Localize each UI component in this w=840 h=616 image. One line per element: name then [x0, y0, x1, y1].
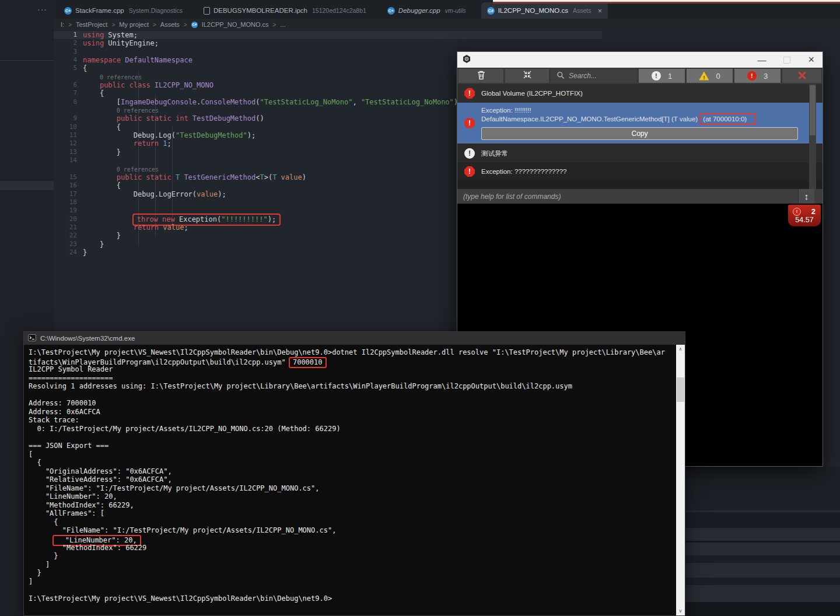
code-token: Exception( — [175, 215, 221, 223]
editor-tab[interactable]: C+Debugger.cppvm-utils — [382, 2, 472, 19]
code-line[interactable]: 2using UnityEngine; — [54, 39, 602, 47]
breadcrumb-file[interactable]: IL2CPP_NO_MONO.cs — [202, 21, 269, 28]
trash-icon — [477, 70, 486, 82]
terminal-line: Stack trace: — [29, 416, 673, 425]
terminal-line: { — [29, 459, 673, 467]
editor-tab[interactable]: C#IL2CPP_NO_MONO.csAssets× — [481, 2, 608, 19]
collapse-arrows-icon — [523, 70, 532, 82]
log-entry[interactable]: !测试异常 — [457, 144, 822, 163]
code-token: TestDebugMethod — [188, 114, 256, 123]
log-entry[interactable]: !Exception: ?????????????? — [457, 163, 822, 180]
csharp-file-icon: C# — [191, 22, 198, 28]
terminal-text: 0: I:/TestProject/My project/Assets/IL2C… — [29, 425, 341, 433]
maximize-icon[interactable] — [783, 57, 790, 64]
code-token — [83, 215, 134, 223]
terminal-text: I:\TestProject\My project\VS_Newest\Il2C… — [29, 348, 665, 356]
code-token: IngameDebugConsole — [121, 98, 197, 106]
terminal-line: ] — [29, 578, 673, 586]
error-icon: ! — [464, 118, 475, 128]
copy-button[interactable]: Copy — [481, 127, 798, 140]
line-number: 23 — [54, 240, 79, 249]
code-token: Debug.LogError( — [83, 190, 197, 198]
log-entry[interactable]: !Exception: !!!!!!!!!DefaultNamespace.IL… — [457, 103, 822, 144]
line-number: 17 — [54, 190, 79, 198]
breadcrumb-item[interactable]: TestProject — [76, 21, 107, 28]
scroll-up-icon[interactable]: ∧ — [676, 345, 685, 354]
console-scroll-thumb[interactable] — [810, 85, 816, 135]
tab-suffix: vm-utils — [445, 7, 466, 14]
warning-icon: ! — [699, 72, 709, 80]
code-token — [83, 139, 134, 148]
console-scrollbar[interactable] — [809, 84, 816, 189]
code-token: >( — [264, 173, 272, 181]
resize-handle-icon[interactable]: ↕ — [798, 189, 814, 204]
command-input[interactable]: (type help for list of commands) ↕ — [457, 189, 822, 204]
terminal-text: "MethodIndex": 66229 — [29, 544, 146, 552]
code-text: 0 references — [83, 165, 159, 173]
breadcrumb-item[interactable]: I: — [61, 21, 64, 28]
code-token: public class — [100, 81, 150, 89]
terminal-line: tifacts\WinPlayerBuildProgram\il2cppOutp… — [29, 357, 673, 366]
console-titlebar[interactable]: — × — [457, 52, 822, 68]
terminal-line: } — [29, 552, 673, 561]
code-token: public static — [117, 173, 172, 181]
error-icon: ! — [747, 71, 757, 80]
line-number: 15 — [54, 173, 79, 181]
error-filter-button[interactable]: ! 3 — [734, 69, 780, 83]
terminal-text: [ — [29, 450, 33, 459]
chevron-right-icon: > — [68, 22, 72, 28]
clear-logs-button[interactable] — [459, 69, 503, 83]
info-filter-button[interactable]: ! 1 — [639, 69, 685, 83]
breadcrumb-item[interactable]: Assets — [160, 21, 180, 28]
line-number: 2 — [54, 39, 79, 47]
terminal-line: Address: 7000010 — [29, 399, 673, 408]
cmd-titlebar[interactable]: C:\Windows\System32\cmd.exe — [24, 332, 685, 345]
code-text: } — [83, 249, 87, 257]
csharp-file-icon: C# — [487, 7, 495, 15]
code-token: public static int — [117, 114, 188, 123]
code-text: 0 references — [83, 73, 142, 81]
code-token: { — [83, 89, 104, 97]
tab-overflow-button[interactable]: ··· — [37, 5, 47, 14]
breadcrumb-item[interactable]: My project — [119, 21, 149, 28]
code-token — [83, 73, 100, 81]
cmd-icon — [28, 334, 36, 342]
terminal-line — [29, 433, 673, 442]
editor-tab[interactable]: C+StackFrame.cppSystem.Diagnostics — [58, 2, 188, 19]
terminal-line: "FileName": "I:/TestProject/My project/A… — [29, 526, 673, 535]
code-token: { — [83, 64, 87, 72]
breadcrumb-tail: ... — [280, 21, 285, 28]
console-search-input[interactable]: Search... — [551, 69, 637, 83]
line-number: 9 — [54, 114, 79, 123]
code-text: return value; — [83, 223, 188, 232]
cmd-scroll-thumb[interactable] — [677, 377, 684, 402]
tab-title: DEBUGSYMBOLREADER.ipch — [214, 7, 307, 14]
code-line[interactable]: 1using System; — [54, 31, 602, 39]
console-popup-badge[interactable]: ! 2 54.57 — [788, 205, 821, 226]
chevron-right-icon: > — [184, 22, 187, 28]
terminal-line: } — [29, 569, 673, 578]
terminal-text: Resolving 1 addresses using: I:\TestProj… — [29, 382, 572, 390]
terminal-line: Resolving 1 addresses using: I:\TestProj… — [29, 382, 673, 391]
log-entry[interactable]: !Global Volume (IL2CPP_HOTFIX) — [457, 84, 822, 103]
terminal-line — [29, 586, 673, 594]
scroll-down-icon[interactable]: ∨ — [676, 607, 685, 615]
info-icon: ! — [464, 148, 475, 159]
collapse-button[interactable] — [505, 69, 549, 83]
editor-tab[interactable]: DEBUGSYMBOLREADER.ipch15120ed124c2a8b1 — [198, 2, 372, 19]
close-icon[interactable]: × — [808, 55, 814, 64]
tab-close-icon[interactable]: × — [598, 6, 603, 15]
code-token — [83, 173, 117, 181]
code-text: public class IL2CPP_NO_MONO — [83, 81, 214, 89]
cmd-scrollbar[interactable]: ∧ ∨ — [676, 345, 685, 615]
log-entry-content: Exception: !!!!!!!!!DefaultNamespace.IL2… — [481, 106, 798, 140]
code-token: Debug.Log( — [83, 131, 176, 139]
terminal-text: ] — [29, 578, 33, 586]
minimize-icon[interactable]: — — [757, 55, 766, 64]
close-console-button[interactable]: ✕ — [782, 69, 821, 83]
tab-title: Debugger.cpp — [398, 7, 440, 14]
terminal-text: "FileName": "I:/TestProject/My project/A… — [29, 526, 336, 534]
code-token: 0 references — [117, 166, 159, 173]
code-token: "!!!!!!!!!" — [221, 215, 267, 223]
warning-filter-button[interactable]: ! 0 — [687, 69, 733, 83]
